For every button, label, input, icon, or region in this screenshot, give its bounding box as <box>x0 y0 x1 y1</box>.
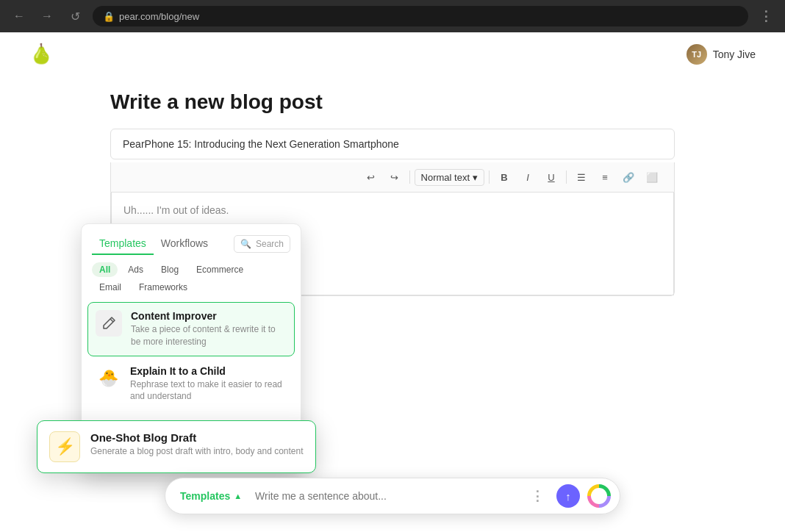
undo-button[interactable]: ↩ <box>361 167 381 187</box>
address-bar[interactable]: 🔒 pear.com/blog/new <box>93 6 748 26</box>
cat-ecommerce[interactable]: Ecommerce <box>189 262 251 277</box>
dropdown-search[interactable]: 🔍 Search <box>234 235 290 253</box>
page: 🍐 TJ Tony Jive Write a new blog post ↩ ↪… <box>0 32 785 532</box>
format-label: Normal text <box>421 172 470 183</box>
user-name: Tony Jive <box>713 48 756 60</box>
cat-ads[interactable]: Ads <box>121 262 151 277</box>
forward-button[interactable]: → <box>37 6 57 26</box>
browser-chrome: ← → ↺ 🔒 pear.com/blog/new ⋮ <box>0 0 785 32</box>
content-improver-icon <box>96 310 122 337</box>
chevron-up-icon: ▲ <box>234 492 242 500</box>
one-shot-name: One-Shot Blog Draft <box>90 431 304 444</box>
bullet-list-button[interactable]: ☰ <box>571 167 592 187</box>
format-select[interactable]: Normal text ▾ <box>415 169 484 186</box>
template-explain-child-name: Explain It to a Child <box>130 365 287 377</box>
user-info: TJ Tony Jive <box>687 44 756 65</box>
cat-blog[interactable]: Blog <box>154 262 186 277</box>
cat-all[interactable]: All <box>92 262 118 277</box>
template-item-content-improver[interactable]: Content Improver Take a piece of content… <box>87 302 295 356</box>
dropdown-header: Templates Workflows 🔍 Search <box>82 224 301 255</box>
one-shot-icon: ⚡ <box>49 431 80 462</box>
avatar: TJ <box>687 44 707 65</box>
template-item-explain-child[interactable]: 🐣 Explain It to a Child Rephrase text to… <box>87 358 295 411</box>
bottom-bar: Templates ▲ ⋮ ↑ <box>165 478 620 514</box>
send-icon: ↑ <box>565 490 571 503</box>
one-shot-popup[interactable]: ⚡ One-Shot Blog Draft Generate a blog po… <box>37 420 316 473</box>
tab-workflows[interactable]: Workflows <box>154 233 215 255</box>
toolbar-divider <box>409 170 410 184</box>
ordered-list-button[interactable]: ≡ <box>595 167 615 187</box>
one-shot-text: One-Shot Blog Draft Generate a blog post… <box>90 431 304 456</box>
template-explain-child-desc: Rephrase text to make it easier to read … <box>130 378 287 403</box>
templates-label: Templates <box>180 490 230 502</box>
page-title: Write a new blog post <box>110 90 675 114</box>
explain-child-icon: 🐣 <box>95 365 121 392</box>
lock-icon: 🔒 <box>103 11 115 22</box>
link-button[interactable]: 🔗 <box>618 167 639 187</box>
template-content-improver-text: Content Improver Take a piece of content… <box>131 310 287 348</box>
logo: 🍐 <box>29 43 53 65</box>
bottom-input[interactable] <box>255 490 518 502</box>
cat-email[interactable]: Email <box>92 280 129 295</box>
template-content-improver-desc: Take a piece of content & rewrite it to … <box>131 323 287 348</box>
search-icon: 🔍 <box>240 239 251 249</box>
image-button[interactable]: ⬜ <box>642 167 662 187</box>
redo-button[interactable]: ↪ <box>384 167 405 187</box>
tab-templates[interactable]: Templates <box>92 233 154 255</box>
refresh-button[interactable]: ↺ <box>65 6 85 26</box>
back-button[interactable]: ← <box>9 6 29 26</box>
bottom-dots-button[interactable]: ⋮ <box>526 484 549 508</box>
italic-button[interactable]: I <box>517 167 538 187</box>
toolbar-divider-3 <box>566 170 567 184</box>
template-content-improver-name: Content Improver <box>131 310 287 322</box>
search-placeholder: Search <box>256 239 284 249</box>
category-filters: All Ads Blog Ecommerce Email Frameworks <box>82 255 301 302</box>
top-nav: 🍐 TJ Tony Jive <box>0 32 785 76</box>
templates-button[interactable]: Templates ▲ <box>174 487 248 505</box>
chevron-down-icon: ▾ <box>473 172 478 183</box>
url-text: pear.com/blog/new <box>119 11 199 22</box>
one-shot-desc: Generate a blog post draft with intro, b… <box>90 446 304 456</box>
browser-menu-button[interactable]: ⋮ <box>756 6 776 26</box>
template-explain-child-text: Explain It to a Child Rephrase text to m… <box>130 365 287 403</box>
editor-placeholder: Uh...... I'm out of ideas. <box>123 204 229 216</box>
toolbar-divider-2 <box>489 170 490 184</box>
bottom-loading-button[interactable] <box>587 484 611 508</box>
cat-frameworks[interactable]: Frameworks <box>132 280 195 295</box>
editor-toolbar: ↩ ↪ Normal text ▾ B I U ☰ ≡ 🔗 ⬜ <box>110 162 675 192</box>
underline-button[interactable]: U <box>541 167 562 187</box>
bold-button[interactable]: B <box>494 167 515 187</box>
blog-title-input[interactable] <box>110 129 675 159</box>
dropdown-tabs: Templates Workflows <box>92 233 215 255</box>
bottom-send-button[interactable]: ↑ <box>556 484 580 508</box>
